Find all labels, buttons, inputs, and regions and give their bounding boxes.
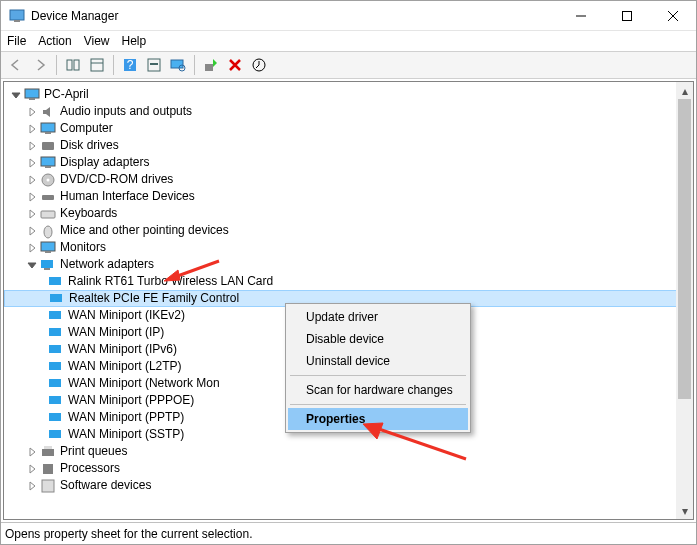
- cpu-icon: [40, 461, 56, 477]
- device-label: WAN Miniport (IPv6): [68, 341, 177, 358]
- scroll-up-icon[interactable]: ▴: [676, 82, 693, 99]
- menu-help[interactable]: Help: [122, 34, 147, 48]
- window-title: Device Manager: [31, 9, 558, 23]
- properties-button[interactable]: [86, 54, 108, 76]
- tree-category-hid[interactable]: Human Interface Devices: [4, 188, 693, 205]
- svg-rect-5: [91, 59, 103, 71]
- svg-rect-17: [41, 123, 55, 132]
- tree-category-print-queues[interactable]: Print queues: [4, 443, 693, 460]
- ctx-uninstall-device[interactable]: Uninstall device: [288, 350, 468, 372]
- tree-category-disk[interactable]: Disk drives: [4, 137, 693, 154]
- tree-category-software-devices[interactable]: Software devices: [4, 477, 693, 494]
- chevron-right-icon[interactable]: [26, 106, 38, 118]
- network-icon: [48, 359, 64, 375]
- uninstall-device-button[interactable]: [224, 54, 246, 76]
- minimize-button[interactable]: [558, 1, 604, 31]
- printer-icon: [40, 444, 56, 460]
- chevron-right-icon[interactable]: [26, 225, 38, 237]
- show-hide-console-button[interactable]: [62, 54, 84, 76]
- tree-category-computer[interactable]: Computer: [4, 120, 693, 137]
- device-ralink[interactable]: Ralink RT61 Turbo Wireless LAN Card: [4, 273, 693, 290]
- svg-rect-16: [29, 98, 35, 100]
- tree-category-display[interactable]: Display adapters: [4, 154, 693, 171]
- chevron-right-icon[interactable]: [26, 157, 38, 169]
- scrollbar[interactable]: ▴ ▾: [676, 82, 693, 519]
- scroll-down-icon[interactable]: ▾: [676, 502, 693, 519]
- svg-rect-42: [44, 446, 52, 449]
- annotation-arrow: [361, 419, 471, 469]
- category-label: Disk drives: [60, 137, 119, 154]
- ctx-scan-hardware[interactable]: Scan for hardware changes: [288, 379, 468, 401]
- tree-category-network-adapters[interactable]: Network adapters: [4, 256, 693, 273]
- chevron-right-icon[interactable]: [26, 242, 38, 254]
- svg-text:?: ?: [127, 58, 134, 72]
- tree-category-processors[interactable]: Processors: [4, 460, 693, 477]
- svg-rect-44: [42, 480, 54, 492]
- network-icon: [48, 308, 64, 324]
- svg-rect-41: [42, 449, 54, 456]
- annotation-arrow: [164, 256, 224, 286]
- tree-category-dvd[interactable]: DVD/CD-ROM drives: [4, 171, 693, 188]
- tree-category-audio[interactable]: Audio inputs and outputs: [4, 103, 693, 120]
- chevron-right-icon[interactable]: [26, 480, 38, 492]
- chevron-right-icon[interactable]: [26, 123, 38, 135]
- computer-icon: [24, 87, 40, 103]
- chevron-down-icon[interactable]: [26, 259, 38, 271]
- chevron-right-icon[interactable]: [26, 174, 38, 186]
- menu-file[interactable]: File: [7, 34, 26, 48]
- chevron-down-icon[interactable]: [10, 89, 22, 101]
- scroll-thumb[interactable]: [678, 99, 691, 399]
- chevron-right-icon[interactable]: [26, 463, 38, 475]
- back-button[interactable]: [5, 54, 27, 76]
- chevron-right-icon[interactable]: [26, 446, 38, 458]
- category-label: Monitors: [60, 239, 106, 256]
- scroll-track[interactable]: [676, 99, 693, 502]
- close-button[interactable]: [650, 1, 696, 31]
- svg-rect-0: [10, 10, 24, 20]
- toolbar-separator: [56, 55, 57, 75]
- tree-category-monitors[interactable]: Monitors: [4, 239, 693, 256]
- maximize-button[interactable]: [604, 1, 650, 31]
- monitor-icon: [40, 240, 56, 256]
- ctx-disable-device[interactable]: Disable device: [288, 328, 468, 350]
- tree-category-keyboards[interactable]: Keyboards: [4, 205, 693, 222]
- device-label: WAN Miniport (Network Mon: [68, 375, 220, 392]
- toolbar: ?: [1, 51, 696, 79]
- status-text: Opens property sheet for the current sel…: [5, 527, 252, 541]
- help-button[interactable]: ?: [119, 54, 141, 76]
- menu-view[interactable]: View: [84, 34, 110, 48]
- speaker-icon: [40, 104, 56, 120]
- menubar: File Action View Help: [1, 31, 696, 51]
- svg-rect-31: [49, 277, 61, 285]
- svg-rect-19: [42, 142, 54, 150]
- device-label: WAN Miniport (IKEv2): [68, 307, 185, 324]
- device-label: WAN Miniport (PPPOE): [68, 392, 194, 409]
- svg-rect-15: [25, 89, 39, 98]
- tree-category-mice[interactable]: Mice and other pointing devices: [4, 222, 693, 239]
- forward-button[interactable]: [29, 54, 51, 76]
- svg-rect-38: [49, 396, 61, 404]
- svg-rect-28: [45, 251, 51, 253]
- category-label: Audio inputs and outputs: [60, 103, 192, 120]
- enable-device-button[interactable]: [200, 54, 222, 76]
- root-label: PC-April: [44, 86, 89, 103]
- update-driver-button[interactable]: [248, 54, 270, 76]
- device-label: WAN Miniport (IP): [68, 324, 164, 341]
- chevron-right-icon[interactable]: [26, 191, 38, 203]
- tb-icon[interactable]: [143, 54, 165, 76]
- chevron-right-icon[interactable]: [26, 208, 38, 220]
- svg-rect-3: [67, 60, 72, 70]
- network-icon: [40, 257, 56, 273]
- hid-icon: [40, 189, 56, 205]
- scan-hardware-button[interactable]: [167, 54, 189, 76]
- tree-root[interactable]: PC-April: [4, 86, 693, 103]
- device-tree: PC-April Audio inputs and outputs Comput…: [3, 81, 694, 520]
- svg-marker-48: [363, 423, 383, 439]
- svg-line-47: [373, 427, 466, 459]
- chevron-right-icon[interactable]: [26, 140, 38, 152]
- menu-action[interactable]: Action: [38, 34, 71, 48]
- ctx-update-driver[interactable]: Update driver: [288, 306, 468, 328]
- device-label: WAN Miniport (SSTP): [68, 426, 184, 443]
- network-icon: [48, 376, 64, 392]
- network-icon: [48, 427, 64, 443]
